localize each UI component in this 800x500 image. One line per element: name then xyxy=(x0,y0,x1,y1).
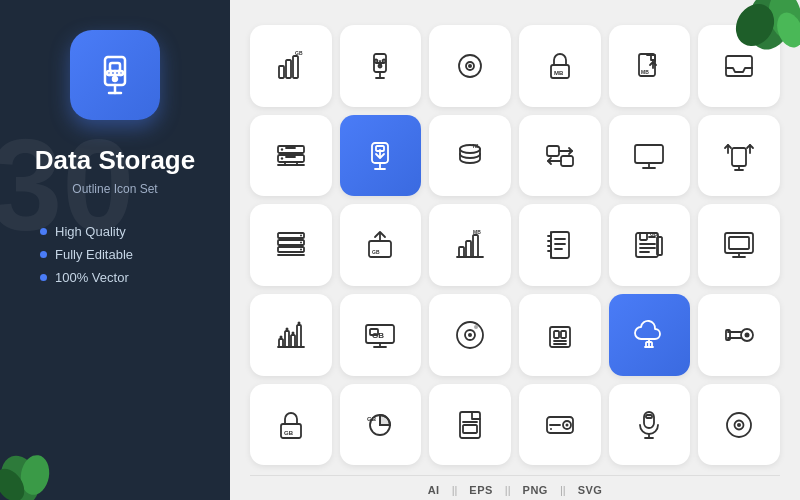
svg-rect-90 xyxy=(640,233,647,240)
svg-rect-102 xyxy=(279,339,283,347)
icon-lock-gb: GB xyxy=(250,384,332,466)
icon-newspaper-gb: GB xyxy=(609,204,691,286)
main-usb-icon xyxy=(70,30,160,120)
feature-item-1: High Quality xyxy=(40,224,210,239)
svg-text:GB: GB xyxy=(295,50,303,56)
svg-text:TB: TB xyxy=(472,143,479,149)
icon-disc xyxy=(429,25,511,107)
product-subtitle: Outline Icon Set xyxy=(72,182,157,196)
format-ai: AI xyxy=(428,484,440,496)
icon-file-mb: MB xyxy=(609,25,691,107)
svg-rect-60 xyxy=(732,148,746,166)
svg-rect-76 xyxy=(459,247,464,257)
format-png: PNG xyxy=(523,484,548,496)
svg-point-6 xyxy=(107,71,111,75)
svg-text:GB: GB xyxy=(650,231,658,237)
icon-monitor xyxy=(609,115,691,197)
svg-rect-96 xyxy=(657,237,662,255)
svg-rect-121 xyxy=(561,331,566,338)
svg-rect-139 xyxy=(463,425,477,433)
svg-rect-78 xyxy=(473,235,478,257)
plant-decoration-top-right xyxy=(700,0,800,100)
bullet-icon xyxy=(40,228,47,235)
svg-rect-53 xyxy=(547,146,559,156)
icon-sd-card xyxy=(519,294,601,376)
plant-decoration-bottom-left xyxy=(0,420,80,500)
icon-dvd xyxy=(429,294,511,376)
icon-cable xyxy=(698,294,780,376)
svg-rect-50 xyxy=(376,146,384,151)
icon-transfer xyxy=(519,115,601,197)
icon-bar-mb: MB xyxy=(429,204,511,286)
svg-point-68 xyxy=(300,235,302,237)
svg-point-118 xyxy=(474,325,478,329)
icon-hard-drive xyxy=(519,384,601,466)
svg-point-109 xyxy=(297,321,300,324)
bullet-icon xyxy=(40,251,47,258)
svg-point-25 xyxy=(375,59,378,62)
svg-text:MB: MB xyxy=(473,229,481,235)
format-eps: EPS xyxy=(469,484,493,496)
svg-rect-105 xyxy=(297,325,301,347)
svg-rect-54 xyxy=(561,156,573,166)
svg-rect-16 xyxy=(279,66,284,78)
svg-text:GB: GB xyxy=(284,430,294,436)
svg-point-69 xyxy=(300,242,302,244)
svg-text:GB: GB xyxy=(367,416,377,422)
svg-point-70 xyxy=(300,249,302,251)
svg-rect-103 xyxy=(285,331,289,347)
svg-rect-17 xyxy=(286,60,291,78)
svg-text:MB: MB xyxy=(641,69,649,75)
icon-notebook xyxy=(519,204,601,286)
svg-point-106 xyxy=(279,335,282,338)
icon-usb-outline xyxy=(340,25,422,107)
icon-bar-gb: GB xyxy=(250,25,332,107)
right-panel: GB xyxy=(230,0,800,500)
svg-point-145 xyxy=(550,428,552,430)
svg-rect-98 xyxy=(729,237,749,249)
svg-point-39 xyxy=(281,148,283,150)
svg-point-108 xyxy=(291,331,294,334)
icon-server-rack xyxy=(250,204,332,286)
svg-text:GB: GB xyxy=(372,249,380,255)
icon-server-stack xyxy=(250,115,332,197)
svg-point-26 xyxy=(383,59,386,62)
icon-upload-gb: GB xyxy=(340,204,422,286)
icon-monitor-frame xyxy=(698,204,780,286)
footer-badges: AI || EPS || PNG || SVG xyxy=(250,475,780,496)
bullet-icon xyxy=(40,274,47,281)
icon-lock-mb: MB xyxy=(519,25,601,107)
svg-text:MB: MB xyxy=(554,70,564,76)
svg-rect-120 xyxy=(554,331,559,338)
svg-point-117 xyxy=(468,333,472,337)
svg-point-107 xyxy=(285,327,288,330)
feature-item-2: Fully Editable xyxy=(40,247,210,262)
icon-database-tb: TB xyxy=(429,115,511,197)
icon-disc-simple xyxy=(698,384,780,466)
svg-point-143 xyxy=(565,423,568,426)
icon-usb-download-blue xyxy=(340,115,422,197)
svg-rect-80 xyxy=(551,232,569,258)
svg-rect-77 xyxy=(466,241,471,257)
icon-equalizer xyxy=(250,294,332,376)
svg-rect-149 xyxy=(646,415,652,418)
svg-point-30 xyxy=(468,64,472,68)
left-panel: 30 Data Storage Outline Icon Set High Qu… xyxy=(0,0,230,500)
feature-item-3: 100% Vector xyxy=(40,270,210,285)
icon-usb-arrows xyxy=(698,115,780,197)
icon-cloud-usb-blue xyxy=(609,294,691,376)
svg-rect-104 xyxy=(291,335,295,347)
svg-rect-57 xyxy=(635,145,663,163)
icon-monitor-gb: GB xyxy=(340,294,422,376)
icon-usb-mic xyxy=(609,384,691,466)
format-svg: SVG xyxy=(578,484,603,496)
product-title: Data Storage xyxy=(35,145,195,176)
svg-point-128 xyxy=(745,332,750,337)
icon-pie-chart-gb: GB xyxy=(340,384,422,466)
icon-document-sd xyxy=(429,384,511,466)
svg-rect-18 xyxy=(293,56,298,78)
features-list: High Quality Fully Editable 100% Vector xyxy=(20,224,210,293)
svg-point-152 xyxy=(737,423,741,427)
svg-point-40 xyxy=(281,157,283,159)
svg-point-7 xyxy=(119,71,123,75)
